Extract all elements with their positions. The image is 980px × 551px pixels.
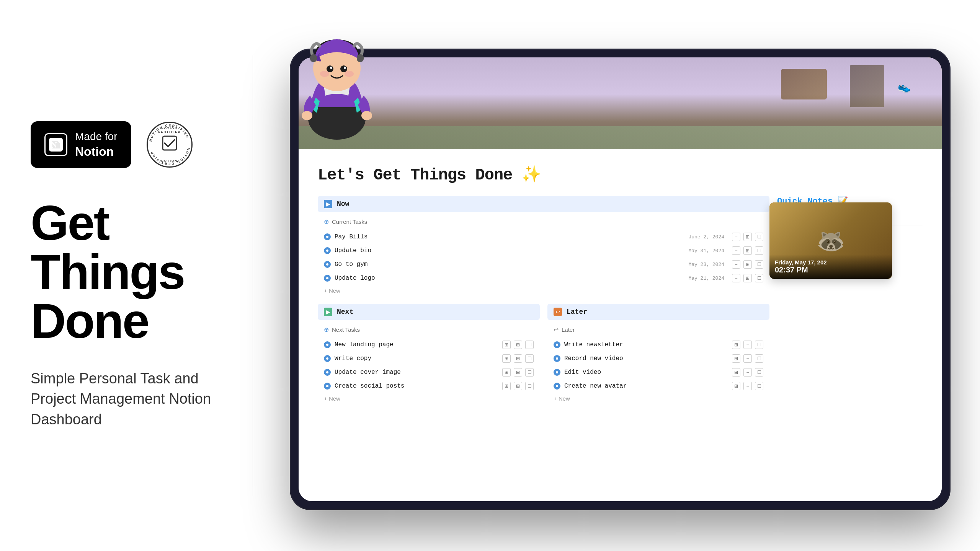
- quick-notes-panel: Quick Notes 📝 ✏️ Daily meeting no 🦝: [777, 196, 923, 487]
- task-action-grid[interactable]: ⊞: [732, 368, 740, 377]
- task-action-minus[interactable]: −: [732, 274, 740, 282]
- task-action-minus[interactable]: −: [732, 233, 740, 241]
- task-action-check[interactable]: ☐: [525, 341, 534, 349]
- task-bullet-icon: [324, 275, 331, 282]
- task-action-grid2[interactable]: ⊞: [514, 382, 522, 390]
- svg-rect-9: [357, 54, 364, 62]
- task-bullet-icon: [554, 383, 560, 390]
- task-action-grid[interactable]: ⊞: [732, 354, 740, 363]
- table-row: Record new video ⊞ − ☐: [547, 352, 769, 365]
- task-action-check[interactable]: ☐: [755, 382, 763, 390]
- table-row: Create new avatar ⊞ − ☐: [547, 379, 769, 393]
- task-action-minus[interactable]: −: [743, 382, 752, 390]
- sub-heading: Simple Personal Task and Project Managem…: [31, 368, 222, 430]
- certified-top-text: NOTION CERTIFIED: [150, 127, 189, 134]
- task-action-grid[interactable]: ⊞: [732, 341, 740, 349]
- cover-area: 👟: [299, 57, 942, 149]
- next-section-header: ▶ Next: [318, 304, 540, 320]
- add-new-next-button[interactable]: + New: [318, 393, 540, 404]
- table-row: Pay Bills June 2, 2024 − ⊞ ☐: [318, 230, 769, 244]
- task-action-minus[interactable]: −: [732, 260, 740, 269]
- add-new-button[interactable]: + New: [318, 285, 769, 296]
- task-action-grid[interactable]: ⊞: [743, 260, 752, 269]
- right-panel: 👟 Let's Get Things Done ✨ ▶ Now: [253, 0, 980, 551]
- later-section-icon: ↩: [554, 308, 562, 316]
- task-action-grid[interactable]: ⊞: [743, 233, 752, 241]
- add-new-later-button[interactable]: + New: [547, 393, 769, 404]
- table-row: Update cover image ⊞ ⊞ ☐: [318, 365, 540, 379]
- next-section-icon: ▶: [324, 308, 332, 316]
- task-action-check[interactable]: ☐: [755, 233, 763, 241]
- task-action-grid2[interactable]: ⊞: [514, 354, 522, 363]
- svg-text:N: N: [51, 140, 57, 150]
- task-actions: ⊞ ⊞ ☐: [502, 368, 534, 377]
- svg-rect-8: [310, 54, 317, 62]
- task-action-grid[interactable]: ⊞: [502, 341, 511, 349]
- task-action-check[interactable]: ☐: [755, 354, 763, 363]
- task-actions: ⊞ − ☐: [732, 354, 763, 363]
- task-action-minus[interactable]: −: [732, 246, 740, 255]
- task-action-grid2[interactable]: ⊞: [514, 341, 522, 349]
- task-bullet-icon: [324, 261, 331, 268]
- now-section: ▶ Now ⊕ Current Tasks Pa: [318, 196, 769, 296]
- table-row: Update logo May 21, 2024 − ⊞ ☐: [318, 271, 769, 285]
- task-action-minus[interactable]: −: [743, 354, 752, 363]
- task-action-check[interactable]: ☐: [525, 354, 534, 363]
- task-bullet-icon: [324, 341, 331, 348]
- task-actions: ⊞ ⊞ ☐: [502, 382, 534, 390]
- task-bullet-icon: [324, 383, 331, 390]
- task-actions: − ⊞ ☐: [732, 260, 763, 269]
- task-action-check[interactable]: ☐: [755, 368, 763, 377]
- svg-point-11: [340, 65, 347, 72]
- later-section: ↩ Later ↩ Later Write n: [547, 304, 769, 404]
- task-action-check[interactable]: ☐: [755, 341, 763, 349]
- certified-bottom-text: NOTION: [150, 159, 189, 163]
- later-tasks-label: ↩ Later: [547, 324, 769, 336]
- bottom-sections: ▶ Next ⊕ Next Tasks New: [318, 304, 769, 404]
- task-bullet-icon: [554, 369, 560, 376]
- task-bullet-icon: [324, 233, 331, 240]
- task-action-grid[interactable]: ⊞: [732, 382, 740, 390]
- main-tasks: ▶ Now ⊕ Current Tasks Pa: [318, 196, 769, 487]
- table-row: New landing page ⊞ ⊞ ☐: [318, 338, 540, 352]
- task-bullet-icon: [324, 247, 331, 254]
- task-actions: ⊞ ⊞ ☐: [502, 341, 534, 349]
- next-section-title: Next: [337, 308, 353, 316]
- table-row: Write copy ⊞ ⊞ ☐: [318, 352, 540, 365]
- notion-logo-icon: N: [44, 133, 67, 156]
- device-mockup: 👟 Let's Get Things Done ✨ ▶ Now: [268, 19, 965, 532]
- task-actions: ⊞ − ☐: [732, 382, 763, 390]
- svg-point-10: [327, 65, 333, 72]
- task-action-grid[interactable]: ⊞: [743, 274, 752, 282]
- video-thumbnail: 🦝 Friday, May 17, 202 02:37 PM ⏸ ▶: [769, 202, 892, 279]
- task-action-grid2[interactable]: ⊞: [514, 368, 522, 377]
- now-section-header: ▶ Now: [318, 196, 769, 212]
- now-section-title: Now: [337, 200, 349, 208]
- next-section: ▶ Next ⊕ Next Tasks New: [318, 304, 540, 404]
- left-panel: N Made for Notion NOTION CERTIFIED NOTIO…: [0, 0, 253, 551]
- later-section-header: ↩ Later: [547, 304, 769, 320]
- task-bullet-icon: [554, 355, 560, 362]
- task-action-minus[interactable]: −: [743, 368, 752, 377]
- video-date: Friday, May 17, 202: [775, 259, 887, 266]
- task-action-grid[interactable]: ⊞: [502, 354, 511, 363]
- task-action-minus[interactable]: −: [743, 341, 752, 349]
- next-tasks-label: ⊕ Next Tasks: [318, 324, 540, 336]
- task-action-check[interactable]: ☐: [755, 274, 763, 282]
- task-action-grid[interactable]: ⊞: [502, 368, 511, 377]
- task-bullet-icon: [324, 369, 331, 376]
- task-actions: − ⊞ ☐: [732, 274, 763, 282]
- tablet-screen: 👟 Let's Get Things Done ✨ ▶ Now: [299, 57, 942, 501]
- task-action-check[interactable]: ☐: [525, 382, 534, 390]
- task-action-grid[interactable]: ⊞: [502, 382, 511, 390]
- task-action-check[interactable]: ☐: [755, 260, 763, 269]
- character-overlay: [283, 11, 390, 145]
- table-row: Write newsletter ⊞ − ☐: [547, 338, 769, 352]
- table-row: Edit video ⊞ − ☐: [547, 365, 769, 379]
- task-actions: − ⊞ ☐: [732, 246, 763, 255]
- task-action-grid[interactable]: ⊞: [743, 246, 752, 255]
- task-action-check[interactable]: ☐: [755, 246, 763, 255]
- table-row: Go to gym May 23, 2024 − ⊞ ☐: [318, 258, 769, 271]
- task-action-check[interactable]: ☐: [525, 368, 534, 377]
- content-layout: ▶ Now ⊕ Current Tasks Pa: [318, 196, 923, 487]
